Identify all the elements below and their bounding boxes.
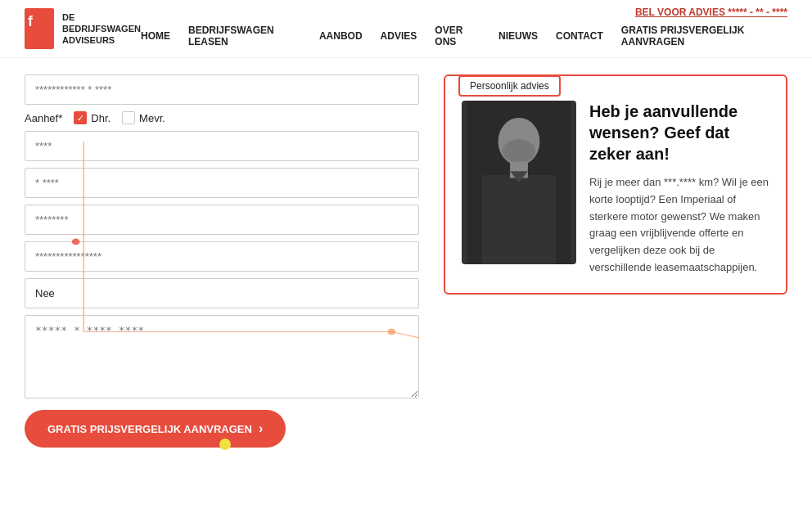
mevr-checkbox[interactable] <box>122 111 135 124</box>
nav-gratis[interactable]: GRATIS PRIJSVERGELIJK AANVRAGEN <box>621 25 787 47</box>
textarea-wensen[interactable] <box>25 316 418 398</box>
nav-leasen[interactable]: BEDRIJFSWAGEN LEASEN <box>188 25 301 47</box>
logo-text: DE BEDRIJFSWAGEN ADVISEURS <box>62 11 141 47</box>
card-title: Heb je aanvullende wensen? Geef dat zeke… <box>589 101 769 164</box>
select-field[interactable]: Nee <box>25 278 419 308</box>
card-body: Rij je meer dan ***.**** km? Wil je een … <box>589 174 769 277</box>
field-name-masked[interactable] <box>25 74 419 105</box>
phone-cta[interactable]: BEL VOOR ADVIES ***** - ** - **** <box>635 7 787 18</box>
dhr-checkbox[interactable]: ✓ <box>74 111 87 124</box>
mevr-label: Mevr. <box>139 112 165 124</box>
field-email[interactable] <box>25 205 419 235</box>
form-side: Aanhef* ✓ Dhr. Mevr. Nee GRATIS PRIJSVER… <box>25 74 419 448</box>
card-image <box>462 101 576 264</box>
svg-rect-7 <box>482 175 557 264</box>
card-text: Heb je aanvullende wensen? Geef dat zeke… <box>589 101 769 277</box>
svg-text:f: f <box>28 13 34 29</box>
svg-point-6 <box>503 139 535 163</box>
nav-contact[interactable]: CONTACT <box>556 30 603 42</box>
right-side: Persoonlijk advies He <box>444 74 787 448</box>
dhr-option[interactable]: ✓ Dhr. <box>74 111 111 124</box>
aanhef-row: Aanhef* ✓ Dhr. Mevr. <box>25 111 419 124</box>
aanhef-label: Aanhef* <box>25 112 62 124</box>
logo-icon: f <box>25 8 54 49</box>
nav-over-ons[interactable]: OVER ONS <box>435 25 480 47</box>
person-svg <box>462 101 576 264</box>
nav-aanbod[interactable]: AANBOD <box>319 30 363 42</box>
submit-label: GRATIS PRIJSVERGELIJK AANVRAGEN <box>47 423 252 435</box>
mevr-option[interactable]: Mevr. <box>122 111 165 124</box>
field-phone[interactable] <box>25 241 419 272</box>
main-content: Aanhef* ✓ Dhr. Mevr. Nee GRATIS PRIJSVER… <box>0 58 812 464</box>
submit-button[interactable]: GRATIS PRIJSVERGELIJK AANVRAGEN › <box>25 410 286 448</box>
dhr-label: Dhr. <box>91 112 111 124</box>
nav-nieuws[interactable]: NIEUWS <box>498 30 538 42</box>
header: f DE BEDRIJFSWAGEN ADVISEURS HOME BEDRIJ… <box>0 0 812 58</box>
nav-advies[interactable]: ADVIES <box>381 30 417 42</box>
arrow-icon: › <box>259 421 263 436</box>
card-badge: Persoonlijk advies <box>458 75 561 97</box>
main-nav: HOME BEDRIJFSWAGEN LEASEN AANBOD ADVIES … <box>141 25 787 47</box>
field-achternaam[interactable] <box>25 168 419 198</box>
logo[interactable]: f DE BEDRIJFSWAGEN ADVISEURS <box>25 8 141 49</box>
advice-card: Persoonlijk advies He <box>444 74 787 295</box>
nav-home[interactable]: HOME <box>141 30 170 42</box>
field-voornaam[interactable] <box>25 131 419 161</box>
